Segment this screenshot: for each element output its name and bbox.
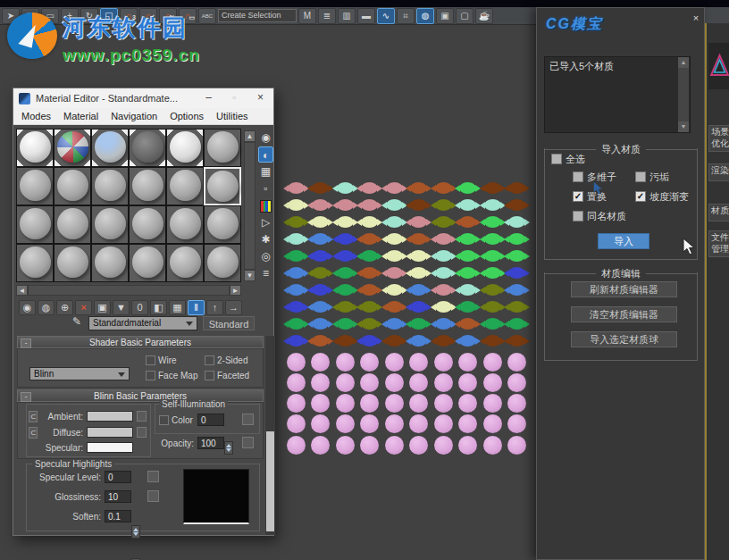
specular-color-swatch[interactable]	[87, 442, 133, 453]
minimize-button[interactable]: –	[196, 88, 222, 108]
teapot-object[interactable]	[435, 199, 452, 211]
material-slot[interactable]	[129, 167, 166, 205]
sphere-object[interactable]	[483, 353, 502, 372]
ribbon-toggle-icon[interactable]: ▬	[357, 8, 375, 24]
teapot-object[interactable]	[386, 318, 403, 330]
sphere-object[interactable]	[385, 414, 404, 433]
material-slot[interactable]	[54, 205, 91, 244]
close-button[interactable]: ×	[247, 88, 273, 108]
teapot-object[interactable]	[386, 182, 403, 194]
sphere-object[interactable]	[336, 394, 355, 413]
teapot-object[interactable]	[484, 284, 501, 296]
teapot-object[interactable]	[312, 318, 329, 330]
sphere-object[interactable]	[385, 436, 404, 455]
sphere-object[interactable]	[360, 353, 379, 372]
teapot-object[interactable]	[484, 335, 501, 347]
shader-rollout-header[interactable]: - Shader Basic Parameters	[17, 336, 264, 348]
collapse-icon[interactable]: -	[21, 392, 31, 402]
select-by-material-icon[interactable]: ◎	[258, 248, 273, 264]
sphere-object[interactable]	[409, 436, 428, 455]
backlight-icon[interactable]: ◐	[258, 146, 273, 163]
teapot-object[interactable]	[386, 216, 403, 228]
shader-checkbox-faceted[interactable]	[205, 371, 214, 380]
show-end-result-icon[interactable]: ‖	[188, 300, 205, 315]
video-color-check-icon[interactable]	[258, 197, 273, 213]
menu-options[interactable]: Options	[170, 111, 204, 121]
material-slot[interactable]	[204, 167, 241, 205]
teapot-object[interactable]	[312, 182, 329, 194]
import-button[interactable]: 导入	[598, 233, 649, 249]
material-slot[interactable]	[91, 167, 129, 205]
sphere-object[interactable]	[458, 436, 477, 455]
layer-manager-icon[interactable]: ▥	[338, 8, 356, 24]
sphere-object[interactable]	[311, 414, 330, 433]
option-置换-checkbox[interactable]: ✓	[573, 191, 583, 202]
teapot-object[interactable]	[361, 284, 378, 296]
material-slot[interactable]	[16, 205, 54, 244]
ambient-map-button[interactable]	[137, 411, 147, 422]
teapot-object[interactable]	[410, 182, 427, 194]
teapot-object[interactable]	[337, 182, 354, 194]
cg-panel-close-icon[interactable]: ×	[691, 13, 701, 23]
teapot-object[interactable]	[459, 233, 476, 245]
teapot-object[interactable]	[361, 318, 378, 330]
teapot-object[interactable]	[361, 233, 378, 245]
teapot-object[interactable]	[288, 250, 305, 262]
teapot-object[interactable]	[337, 335, 354, 347]
teapot-object[interactable]	[312, 335, 329, 347]
options-icon[interactable]: ✱	[258, 231, 273, 247]
schematic-view-icon[interactable]: ⌗	[397, 8, 415, 24]
material-id-channel-icon[interactable]: 0	[131, 300, 148, 315]
sphere-object[interactable]	[336, 373, 355, 392]
sphere-object[interactable]	[360, 373, 379, 392]
slots-scroll-up-button[interactable]: ▲	[244, 130, 256, 142]
sphere-object[interactable]	[507, 436, 526, 455]
edit-named-selection-sets-icon[interactable]: ABC	[198, 8, 216, 24]
highlight-value-field[interactable]: 0	[105, 471, 131, 483]
option-污垢-checkbox[interactable]	[635, 171, 646, 182]
sidebar-item-2[interactable]: 材质	[708, 204, 729, 221]
make-material-copy-icon[interactable]: ▣	[94, 300, 111, 315]
import-log-box[interactable]: 已导入5个材质	[544, 56, 691, 133]
teapot-object[interactable]	[361, 216, 378, 228]
teapot-object[interactable]	[337, 199, 354, 211]
teapot-object[interactable]	[410, 301, 427, 313]
sphere-object[interactable]	[336, 353, 355, 372]
material-slot[interactable]	[166, 167, 204, 205]
material-type-button[interactable]: Standard	[203, 316, 255, 330]
teapot-object[interactable]	[386, 233, 403, 245]
named-selection-sets-dropdown[interactable]: Create Selection	[218, 9, 297, 22]
opacity-value-field[interactable]: 100	[197, 437, 224, 449]
material-slot[interactable]	[204, 205, 241, 244]
teapot-object[interactable]	[288, 182, 305, 194]
teapot-object[interactable]	[337, 233, 354, 245]
self-illumination-map-button[interactable]	[242, 414, 254, 425]
highlight-map-button[interactable]	[147, 490, 159, 502]
sphere-object[interactable]	[458, 353, 477, 372]
teapot-object[interactable]	[386, 250, 403, 262]
teapot-object[interactable]	[484, 318, 501, 330]
teapot-object[interactable]	[312, 301, 329, 313]
get-material-icon[interactable]: ◉	[19, 300, 36, 315]
menu-navigation[interactable]: Navigation	[111, 111, 157, 121]
select-all-checkbox[interactable]	[551, 154, 562, 164]
sphere-object[interactable]	[483, 414, 502, 433]
window-scrollbar-thumb[interactable]	[266, 431, 274, 531]
put-to-library-icon[interactable]: ▼	[113, 300, 130, 315]
teapot-object[interactable]	[484, 233, 501, 245]
teapot-object[interactable]	[435, 216, 452, 228]
sphere-object[interactable]	[507, 394, 526, 413]
teapot-object[interactable]	[459, 267, 476, 279]
teapot-object[interactable]	[410, 216, 427, 228]
material-editor-titlebar[interactable]: Material Editor - Standardmate... – ▫ ×	[13, 88, 273, 108]
teapot-object[interactable]	[312, 233, 329, 245]
slots-scroll-left-button[interactable]: ◄	[16, 285, 28, 296]
sphere-object[interactable]	[458, 373, 477, 392]
render-production-icon[interactable]: ☕	[475, 8, 493, 24]
teapot-object[interactable]	[508, 216, 525, 228]
diffuse-map-button[interactable]	[137, 427, 147, 438]
edit-button-0[interactable]: 刷新材质编辑器	[571, 281, 677, 297]
sphere-object[interactable]	[483, 394, 502, 413]
material-slot[interactable]	[204, 244, 241, 282]
sphere-object[interactable]	[434, 353, 453, 372]
